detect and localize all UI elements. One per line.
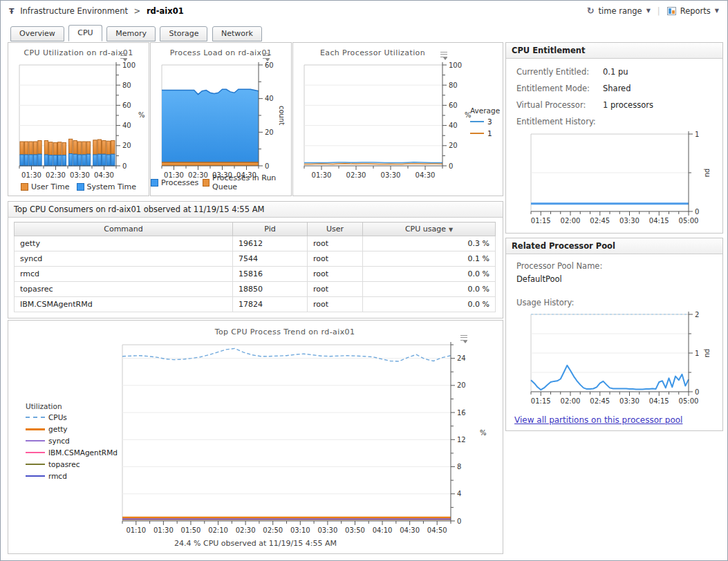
svg-text:8: 8	[457, 463, 461, 470]
cpu-utilization-plot: 020406080100%01:3002:3003:3004:30	[8, 61, 149, 180]
svg-text:0: 0	[695, 208, 699, 216]
field-value: 1 processors	[603, 100, 653, 110]
tab-storage[interactable]: Storage	[160, 26, 207, 41]
svg-text:60: 60	[265, 61, 274, 69]
svg-text:100: 100	[449, 61, 462, 69]
time-range-button[interactable]: time range	[599, 6, 642, 16]
column-header-user[interactable]: User	[308, 222, 363, 236]
tab-cpu[interactable]: CPU	[68, 25, 102, 41]
chevron-down-icon[interactable]: ▼	[646, 8, 651, 14]
svg-text:24: 24	[457, 354, 466, 362]
consumers-table: Command Pid User CPU usage▼ getty19612ro…	[14, 222, 496, 312]
legend-swatch	[21, 183, 28, 191]
field-row: Virtual Processor: 1 processors	[516, 100, 586, 110]
svg-text:1: 1	[695, 131, 699, 138]
svg-text:03:30: 03:30	[317, 526, 337, 534]
svg-text:16: 16	[457, 409, 466, 417]
drill-up-icon[interactable]: Ŧ	[9, 7, 15, 16]
breadcrumb-current: rd-aix01	[147, 6, 184, 16]
panel-title: Related Processor Pool	[506, 238, 722, 254]
svg-text:20: 20	[122, 142, 131, 149]
svg-text:02:45: 02:45	[590, 397, 610, 405]
tab-network[interactable]: Network	[212, 26, 262, 41]
table-cell: 0.0 %	[363, 282, 496, 297]
svg-text:04:15: 04:15	[649, 397, 669, 405]
table-row[interactable]: getty19612root0.3 %	[15, 236, 496, 251]
view-partitions-link[interactable]: View all partitions on this processor po…	[514, 415, 682, 425]
table-cell: 7544	[233, 251, 308, 267]
table-row[interactable]: topasrec18850root0.0 %	[15, 282, 496, 297]
svg-text:80: 80	[449, 82, 458, 89]
table-row[interactable]: syncd7544root0.1 %	[15, 251, 496, 267]
svg-text:05:00: 05:00	[679, 217, 699, 225]
svg-text:02:10: 02:10	[208, 526, 228, 534]
svg-text:20: 20	[449, 142, 458, 149]
table-row[interactable]: rmcd15816root0.0 %	[15, 267, 496, 282]
svg-text:pu: pu	[704, 169, 711, 178]
field-row: Entitlement History:	[516, 117, 596, 126]
svg-text:0: 0	[265, 162, 269, 170]
tab-overview[interactable]: Overview	[10, 26, 64, 41]
svg-text:0: 0	[122, 162, 127, 170]
svg-text:04:10: 04:10	[373, 526, 393, 534]
column-header-cpu-usage[interactable]: CPU usage▼	[363, 222, 496, 236]
field-row: Currently Entitled: 0.1 pu	[516, 67, 589, 77]
table-cell: getty	[15, 236, 233, 251]
chart-title: Top CPU Process Trend on rd-aix01	[71, 327, 499, 336]
svg-text:12: 12	[457, 436, 466, 444]
time-range-icon: ↻	[587, 6, 595, 16]
field-value: Shared	[603, 84, 631, 93]
panel-title: CPU Entitlement	[506, 43, 722, 59]
svg-text:03:30: 03:30	[70, 171, 90, 179]
svg-text:03:30: 03:30	[381, 171, 401, 179]
sort-descending-icon: ▼	[449, 227, 453, 233]
legend-title: Average	[470, 106, 500, 115]
svg-text:2: 2	[695, 311, 699, 318]
svg-text:0: 0	[449, 162, 453, 170]
table-cell: topasrec	[15, 282, 233, 297]
table-cell: 15816	[233, 267, 308, 282]
chevron-down-icon[interactable]: ▼	[715, 8, 719, 14]
svg-text:40: 40	[449, 122, 458, 129]
svg-text:02:30: 02:30	[346, 171, 366, 179]
related-processor-pool-panel: Related Processor Pool Processor Pool Na…	[505, 238, 723, 431]
reports-icon	[667, 7, 676, 15]
svg-text:80: 80	[122, 82, 131, 89]
field-row: Entitlement Mode: Shared	[516, 84, 590, 93]
chart-title: Each Processor Utilization	[293, 48, 452, 57]
tab-memory[interactable]: Memory	[106, 26, 156, 41]
top-bar: Ŧ Infrastructure Environment > rd-aix01 …	[1, 1, 727, 21]
svg-text:04:50: 04:50	[427, 526, 447, 534]
svg-text:%: %	[138, 111, 145, 119]
legend-swatch	[77, 183, 84, 191]
svg-text:100: 100	[122, 61, 136, 69]
table-cell: IBM.CSMAgentRMd	[15, 297, 233, 312]
legend-item: Processes	[151, 173, 198, 191]
svg-text:01:30: 01:30	[21, 171, 41, 179]
table-cell: 19612	[233, 236, 308, 251]
table-row[interactable]: IBM.CSMAgentRMd17824root0.0 %	[15, 297, 496, 312]
column-header-pid[interactable]: Pid	[233, 222, 308, 236]
cpu-utilization-chart-box: CPU Utilization on rd-aix01 020406080100…	[8, 42, 149, 196]
svg-text:40: 40	[122, 122, 131, 129]
toolbar: ↻ time range ▼ | Reports ▼	[587, 6, 719, 16]
svg-text:03:10: 03:10	[290, 526, 310, 534]
svg-text:pu: pu	[704, 349, 711, 358]
svg-text:04:15: 04:15	[649, 217, 669, 225]
breadcrumb-root[interactable]: Infrastructure Environment	[20, 6, 128, 16]
legend-item: User Time	[21, 182, 70, 191]
chart-menu-icon[interactable]	[438, 51, 448, 60]
svg-text:01:50: 01:50	[181, 526, 201, 534]
consumers-table-body: getty19612root0.3 %syncd7544root0.1 %rmc…	[15, 236, 496, 312]
table-cell: 0.3 %	[363, 236, 496, 251]
column-header-command[interactable]: Command	[15, 222, 233, 236]
svg-text:20: 20	[457, 381, 466, 389]
svg-text:4: 4	[457, 490, 461, 497]
cpu-trend-plot: 04812162024%01:1001:3001:5002:1002:3002:…	[8, 341, 503, 535]
pool-usage-plot: 012pu01:1502:0002:4503:3004:1505:00	[525, 310, 719, 415]
cpu-entitlement-panel: CPU Entitlement Currently Entitled: 0.1 …	[505, 42, 723, 234]
tab-strip: Overview CPU Memory Storage Network	[10, 24, 264, 39]
reports-button[interactable]: Reports	[680, 6, 711, 16]
process-load-chart-box: Process Load on rd-aix01 0204060count01:…	[150, 42, 292, 196]
legend-swatch	[203, 179, 209, 187]
